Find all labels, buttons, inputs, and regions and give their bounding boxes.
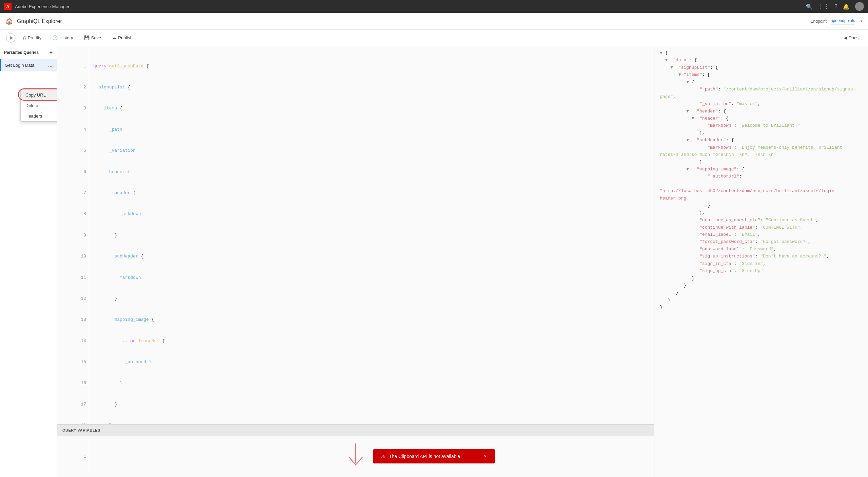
sidebar-item-label: Get Login Data: [5, 63, 34, 68]
home-icon[interactable]: 🏠: [5, 18, 13, 25]
save-button[interactable]: 💾 Save: [80, 33, 105, 42]
main-layout: Persisted Queries + Get Login Data ... C…: [0, 46, 868, 477]
query-variables-bar: QUERY VARIABLES: [57, 424, 654, 436]
toast-warning-icon: ⚠: [381, 454, 386, 459]
query-variables-editor[interactable]: 1: [57, 436, 654, 477]
toast-close-button[interactable]: ×: [484, 453, 487, 459]
toolbar: {} Prettify 🕐 History 💾 Save ☁ Publish ◀…: [0, 30, 868, 46]
page-title: GraphiQL Explorer: [17, 18, 62, 24]
query-code[interactable]: query getSignupData { signupList { items…: [89, 49, 169, 424]
toast-left: ⚠ The Clipboard API is not available: [381, 454, 460, 459]
endpoint-chevron-icon: ▾: [861, 19, 863, 23]
context-menu-delete[interactable]: Delete: [21, 100, 57, 111]
top-bar: A Adobe Experience Manager 🔍 ⋮⋮ ? 🔔: [0, 0, 868, 13]
apps-icon[interactable]: ⋮⋮: [818, 3, 829, 10]
endpoint-value[interactable]: api-endpoints: [831, 18, 855, 24]
context-menu-headers[interactable]: Headers: [21, 111, 57, 121]
context-menu-copy-url[interactable]: Copy URL: [21, 90, 57, 100]
endpoint-label: Endpoint: [811, 19, 827, 24]
svg-marker-1: [10, 36, 13, 40]
variables-code[interactable]: [89, 439, 97, 474]
variables-line-numbers: 1: [57, 439, 89, 474]
history-button[interactable]: 🕐 History: [48, 33, 77, 42]
result-panel: ▼ { ▼ "data": { ▼ "signupList": { ▼ "ite…: [654, 46, 868, 477]
chevron-left-icon: ◀: [844, 35, 847, 40]
second-bar: 🏠 GraphiQL Explorer Endpoint api-endpoin…: [0, 13, 868, 30]
sidebar: Persisted Queries + Get Login Data ... C…: [0, 46, 57, 477]
run-button[interactable]: [5, 33, 16, 43]
sidebar-item-get-login-data[interactable]: Get Login Data ...: [0, 59, 57, 71]
result-code: ▼ { ▼ "data": { ▼ "signupList": { ▼ "ite…: [654, 46, 868, 314]
context-menu: Copy URL Delete Headers: [20, 89, 57, 122]
editor-area: 1 2 3 4 5 6 7 8 9 10 11 12 13 14 15 16 1: [57, 46, 654, 477]
sidebar-title: Persisted Queries: [4, 50, 39, 55]
sidebar-header: Persisted Queries +: [0, 46, 57, 59]
sidebar-item-more-button[interactable]: ...: [48, 62, 53, 68]
docs-button[interactable]: ◀ Docs: [840, 33, 863, 42]
publish-button[interactable]: ☁ Publish: [108, 33, 137, 42]
top-bar-right: 🔍 ⋮⋮ ? 🔔: [806, 2, 864, 11]
query-variables-label: QUERY VARIABLES: [62, 428, 100, 432]
query-editor[interactable]: 1 2 3 4 5 6 7 8 9 10 11 12 13 14 15 16 1: [57, 46, 654, 424]
history-icon: 🕐: [52, 35, 58, 40]
adobe-logo: A: [4, 3, 12, 10]
toast-notification: ⚠ The Clipboard API is not available ×: [373, 449, 495, 463]
bell-icon[interactable]: 🔔: [843, 3, 850, 10]
toast-message: The Clipboard API is not available: [389, 454, 460, 459]
arrow-annotation: [342, 442, 369, 470]
line-numbers: 1 2 3 4 5 6 7 8 9 10 11 12 13 14 15 16 1: [57, 49, 89, 424]
save-icon: 💾: [84, 35, 90, 40]
search-icon[interactable]: 🔍: [806, 3, 813, 10]
user-avatar[interactable]: [855, 2, 864, 11]
help-icon[interactable]: ?: [834, 3, 837, 9]
app-title: Adobe Experience Manager: [15, 4, 70, 9]
publish-icon: ☁: [112, 35, 116, 40]
add-query-button[interactable]: +: [50, 49, 53, 56]
prettify-icon: {}: [23, 35, 26, 40]
prettify-button[interactable]: {} Prettify: [19, 33, 45, 42]
